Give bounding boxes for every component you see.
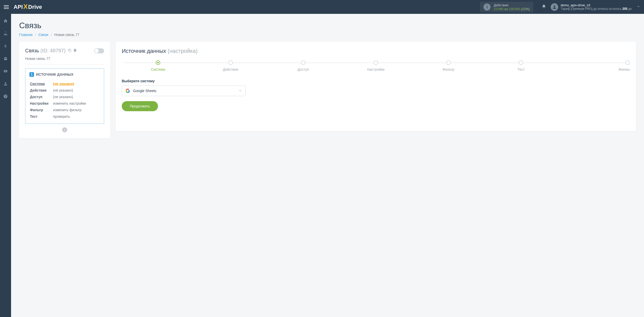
svg-rect-3	[5, 35, 6, 35]
source-row-test[interactable]: Тестпроверить	[30, 113, 99, 120]
bell-icon[interactable]	[542, 4, 546, 10]
actions-box[interactable]: i Действия: 22'060 из 100'000 (22%)	[480, 2, 533, 12]
breadcrumb-home[interactable]: Главная	[19, 33, 32, 37]
sidebar-video-icon[interactable]	[0, 67, 11, 75]
source-row-filter[interactable]: Фильтризменить фильтр	[30, 107, 99, 113]
add-destination-button[interactable]: +	[62, 127, 67, 132]
main-content: Связь Главная / Связи / Новая связь 77 С…	[11, 14, 644, 145]
user-avatar-icon	[551, 3, 558, 11]
step-access[interactable]: Доступ	[267, 60, 340, 71]
sidebar-help-icon[interactable]: ?	[0, 92, 11, 100]
logo-x-icon: X	[23, 3, 28, 11]
breadcrumb-links[interactable]: Связи	[38, 33, 48, 37]
actions-label: Действия:	[494, 3, 530, 7]
source-box: 1 ИСТОЧНИК ДАННЫХ Система (не указано) Д…	[25, 68, 104, 124]
step-test[interactable]: Тест	[485, 60, 557, 71]
logo-drive: Drive	[28, 4, 42, 10]
connection-toggle[interactable]	[94, 48, 104, 53]
username: demo_apix-drive_s3	[561, 3, 632, 7]
logo-api: API	[14, 4, 23, 10]
system-field-label: Выберите систему	[122, 79, 630, 83]
connection-title: Связь (ID: 48797)	[25, 48, 66, 54]
svg-text:?: ?	[5, 95, 7, 98]
source-row-system[interactable]: Система (не указано)	[30, 81, 99, 87]
source-badge: 1	[29, 72, 34, 77]
chevron-down-icon[interactable]	[637, 5, 640, 9]
sidebar-connections-icon[interactable]	[0, 29, 11, 37]
info-icon: i	[484, 4, 491, 11]
left-sidebar: $ ?	[0, 14, 11, 145]
menu-toggle[interactable]	[4, 4, 10, 10]
source-table: Система (не указано) Действие(не указано…	[29, 80, 100, 120]
step-filter[interactable]: Фильтр	[412, 60, 485, 71]
step-finish[interactable]: Финиш	[557, 60, 630, 71]
gear-icon[interactable]	[73, 48, 77, 53]
google-icon	[126, 89, 130, 93]
chevron-down-icon	[238, 89, 242, 93]
source-row-settings[interactable]: Настройкиизменить настройки	[30, 100, 99, 106]
stepper: Система Действие Доступ Настройки Фильтр	[122, 60, 630, 71]
source-panel: Источник данных (настройка) Система Дейс…	[116, 42, 636, 131]
sidebar-profile-icon[interactable]	[0, 80, 11, 88]
source-row-access[interactable]: Доступ(не указано)	[30, 94, 99, 100]
step-settings[interactable]: Настройки	[340, 60, 412, 71]
copy-icon[interactable]	[68, 48, 72, 53]
continue-button[interactable]: Продолжить	[122, 101, 158, 111]
step-action[interactable]: Действие	[194, 60, 267, 71]
breadcrumb-current: Новая связь 77	[54, 33, 79, 37]
svg-rect-1	[5, 32, 6, 32]
source-title: ИСТОЧНИК ДАННЫХ	[36, 72, 73, 76]
svg-rect-11	[69, 50, 71, 52]
connection-name: Новая связь 77	[25, 57, 104, 64]
logo[interactable]: API X Drive	[14, 3, 42, 11]
page-title: Связь	[19, 21, 636, 30]
top-header: API X Drive i Действия: 22'060 из 100'00…	[0, 0, 644, 14]
actions-values: 22'060 из 100'000 (22%)	[494, 7, 530, 11]
step-system[interactable]: Система	[122, 60, 194, 71]
svg-text:$: $	[5, 44, 7, 48]
breadcrumb: Главная / Связи / Новая связь 77	[19, 33, 636, 37]
connection-card: Связь (ID: 48797) Новая связь 77 1	[19, 42, 110, 138]
svg-point-8	[5, 82, 6, 84]
user-text: demo_apix-drive_s3 Тариф |Премиум PRO| д…	[561, 3, 632, 11]
source-row-action[interactable]: Действие(не указано)	[30, 87, 99, 93]
sidebar-briefcase-icon[interactable]	[0, 55, 11, 63]
svg-point-0	[554, 6, 555, 7]
sidebar-billing-icon[interactable]: $	[0, 42, 11, 50]
tariff-info: Тариф |Премиум PRO| до оплаты осталось 2…	[561, 7, 632, 11]
svg-rect-2	[4, 35, 5, 35]
system-select[interactable]: Google Sheets	[122, 86, 246, 96]
system-select-value: Google Sheets	[133, 89, 238, 93]
panel-title: Источник данных (настройка)	[122, 48, 630, 54]
sidebar-home-icon[interactable]	[0, 17, 11, 25]
user-menu[interactable]: demo_apix-drive_s3 Тариф |Премиум PRO| д…	[551, 3, 632, 11]
connection-id: (ID: 48797)	[41, 48, 66, 53]
actions-text: Действия: 22'060 из 100'000 (22%)	[494, 3, 530, 11]
svg-rect-4	[7, 35, 7, 35]
